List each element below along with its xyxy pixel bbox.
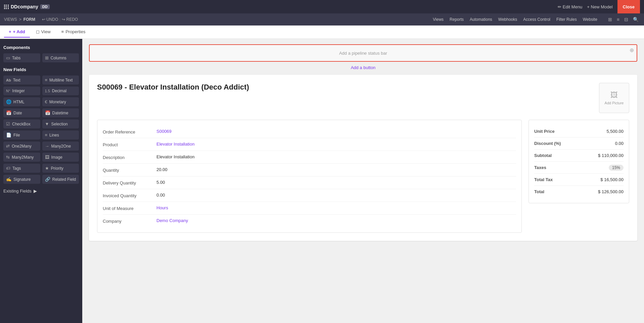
many2one-icon: → — [45, 144, 49, 149]
nav-filter-rules[interactable]: Filter Rules — [556, 17, 577, 22]
tab-view[interactable]: ◻ View — [31, 26, 55, 38]
columns-icon: ⊞ — [45, 55, 49, 60]
field-lines[interactable]: ≡ Lines — [42, 130, 79, 140]
field-decimal[interactable]: 1.5 Decimal — [42, 87, 79, 95]
nav-reports[interactable]: Reports — [450, 17, 464, 22]
left-fields-container: Order Reference S00069 Product Elevator … — [97, 120, 522, 233]
nav-right: Views Reports Automations Webhooks Acces… — [433, 16, 640, 23]
field-monetary[interactable]: € Monetary — [42, 97, 79, 106]
related-icon: 🔗 — [45, 177, 50, 182]
components-title: Components — [3, 45, 79, 50]
field-one2many[interactable]: ⇄ One2Many — [3, 142, 40, 151]
form-right-section: Unit Price 5,500.00 Discount (%) 0.00 Su… — [528, 120, 629, 233]
multiline-icon: ≡ — [45, 77, 48, 83]
main-layout: Components ▭ Tabs ⊞ Columns New Fields A… — [0, 39, 644, 323]
brand: DDcompany DD — [4, 4, 50, 9]
field-tags[interactable]: 🏷 Tags — [3, 164, 40, 173]
field-description: Description Elevator Installation — [103, 151, 516, 164]
form-body: Order Reference S00069 Product Elevator … — [97, 120, 629, 233]
file-icon: 📄 — [6, 132, 11, 138]
redo-button[interactable]: ↪ REDO — [62, 17, 78, 22]
component-tabs[interactable]: ▭ Tabs — [3, 53, 40, 62]
field-date[interactable]: 📅 Date — [3, 108, 40, 117]
component-columns[interactable]: ⊞ Columns — [42, 53, 79, 62]
nav-views[interactable]: Views — [433, 17, 444, 22]
field-datetime[interactable]: 📅 Datetime — [42, 108, 79, 117]
form-card: S00069 - Elevator Installation (Deco Add… — [89, 75, 637, 241]
many2many-icon: ⇆ — [6, 155, 10, 160]
field-delivery-quantity: Delivery Quantity 5.00 — [103, 176, 516, 189]
add-button-link[interactable]: Add a button — [351, 65, 376, 70]
field-many2many[interactable]: ⇆ Many2Many — [3, 153, 40, 162]
new-model-button[interactable]: + New Model — [587, 4, 612, 9]
breadcrumb-separator: > — [19, 17, 21, 22]
view-icon-4[interactable]: 🔍 — [632, 16, 640, 23]
field-many2one[interactable]: → Many2One — [42, 142, 79, 151]
field-text[interactable]: Ab Text — [3, 75, 40, 85]
second-bar: VIEWS > FORM ↩ UNDO | ↪ REDO Views Repor… — [0, 13, 644, 25]
field-related[interactable]: 🔗 Related Field — [42, 175, 79, 184]
selection-icon: ▼ — [45, 121, 49, 126]
field-integer[interactable]: N° Integer — [3, 87, 40, 95]
field-checkbox[interactable]: ☑ CheckBox — [3, 119, 40, 128]
field-html[interactable]: 🌐 HTML — [3, 97, 40, 106]
chevron-right-icon: ▶ — [34, 189, 37, 194]
field-total-tax: Total Tax $ 16,500.00 — [534, 174, 624, 186]
add-plus-icon: + — [9, 29, 11, 34]
integer-icon: N° — [6, 89, 10, 93]
decimal-icon: 1.5 — [45, 89, 50, 93]
datetime-icon: 📅 — [45, 110, 50, 115]
plus-corner-icon: ⊕ — [630, 47, 634, 53]
form-title: S00069 - Elevator Installation (Deco Add… — [97, 83, 249, 92]
field-unit-of-measure: Unit of Measure Hours — [103, 202, 516, 215]
sidebar: Components ▭ Tabs ⊞ Columns New Fields A… — [0, 39, 82, 323]
field-taxes: Taxes 15% — [534, 162, 624, 174]
tab-add[interactable]: + + Add — [4, 26, 30, 38]
form-left-section: Order Reference S00069 Product Elevator … — [97, 120, 522, 233]
undo-button[interactable]: ↩ UNDO — [42, 17, 58, 22]
field-multiline-text[interactable]: ≡ Multiline Text — [42, 75, 79, 85]
field-file[interactable]: 📄 File — [3, 130, 40, 140]
one2many-icon: ⇄ — [6, 144, 10, 149]
field-discount: Discount (%) 0.00 — [534, 138, 624, 150]
add-picture-label: Add Picture — [605, 101, 624, 105]
top-bar: DDcompany DD ✏ Edit Menu + New Model Clo… — [0, 0, 644, 13]
field-selection[interactable]: ▼ Selection — [42, 119, 79, 128]
monetary-icon: € — [45, 99, 47, 104]
company-abbr: DD — [40, 4, 50, 9]
field-total: Total $ 126,500.00 — [534, 186, 624, 198]
nav-automations[interactable]: Automations — [470, 17, 492, 22]
nav-view-icons: ⊞ ≡ ⊟ 🔍 — [607, 16, 640, 23]
view-icon-2[interactable]: ≡ — [615, 16, 621, 23]
field-quantity: Quantity 20.00 — [103, 164, 516, 176]
field-image[interactable]: 🖼 Image — [42, 153, 79, 162]
add-picture-button[interactable]: 🖼 Add Picture — [599, 83, 629, 113]
nav-website[interactable]: Website — [583, 17, 597, 22]
field-priority[interactable]: ★ Priority — [42, 164, 79, 173]
components-grid: ▭ Tabs ⊞ Columns — [3, 53, 79, 62]
field-signature[interactable]: ✍ Signature — [3, 175, 40, 184]
view-icon-1[interactable]: ⊞ — [607, 16, 613, 23]
view-icon-3[interactable]: ⊟ — [623, 16, 630, 23]
edit-menu-button[interactable]: ✏ Edit Menu — [558, 4, 582, 9]
text-icon: Ab — [6, 78, 11, 82]
tab-properties[interactable]: ≡ Properties — [57, 26, 90, 38]
image-icon: 🖼 — [45, 155, 49, 160]
breadcrumb-current: FORM — [24, 17, 35, 22]
nav-webhooks[interactable]: Webhooks — [498, 17, 517, 22]
field-company: Company Demo Company — [103, 215, 516, 227]
content-area: Add a pipeline status bar ⊕ Add a button… — [82, 39, 644, 323]
field-order-reference: Order Reference S00069 — [103, 125, 516, 138]
tags-icon: 🏷 — [6, 166, 10, 171]
nav-access-control[interactable]: Access Control — [523, 17, 550, 22]
properties-icon: ≡ — [61, 29, 64, 34]
pipeline-status-bar[interactable]: Add a pipeline status bar ⊕ — [89, 44, 637, 62]
existing-fields-toggle[interactable]: Existing Fields ▶ — [3, 189, 79, 194]
checkbox-icon: ☑ — [6, 121, 10, 126]
company-name: DDcompany — [11, 4, 38, 9]
right-fields-container: Unit Price 5,500.00 Discount (%) 0.00 Su… — [528, 120, 629, 203]
field-unit-price: Unit Price 5,500.00 — [534, 125, 624, 138]
undo-redo-bar: ↩ UNDO | ↪ REDO — [42, 17, 78, 22]
close-button[interactable]: Close — [617, 0, 640, 13]
date-icon: 📅 — [6, 110, 11, 115]
